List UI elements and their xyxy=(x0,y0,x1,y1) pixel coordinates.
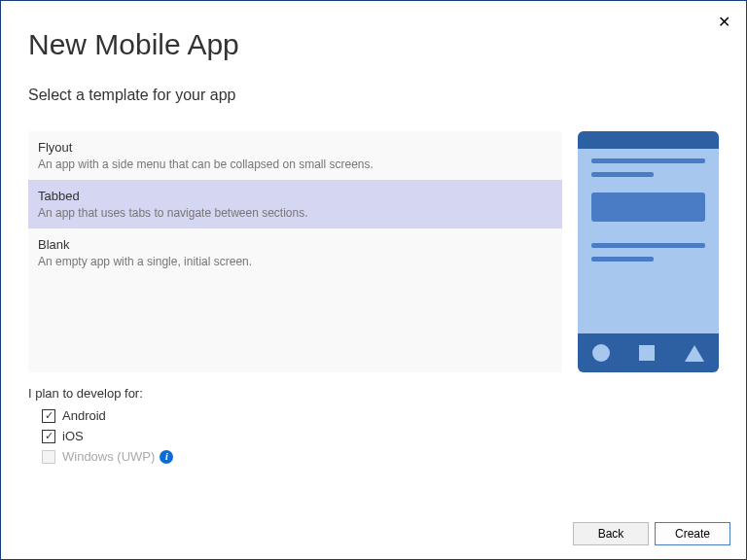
template-desc: An empty app with a single, initial scre… xyxy=(38,255,552,268)
checkbox-label: iOS xyxy=(62,429,84,443)
preview-statusbar xyxy=(578,131,719,149)
template-desc: An app with a side menu that can be coll… xyxy=(38,158,552,171)
template-item-blank[interactable]: Blank An empty app with a single, initia… xyxy=(28,228,562,277)
checkbox-row-ios[interactable]: ✓ iOS xyxy=(42,429,719,443)
triangle-icon xyxy=(685,345,704,362)
circle-icon xyxy=(592,344,610,362)
checkbox-icon xyxy=(42,450,55,464)
back-button[interactable]: Back xyxy=(573,522,649,545)
plan-section: I plan to develop for: ✓ Android ✓ iOS W… xyxy=(28,386,719,464)
checkbox-icon[interactable]: ✓ xyxy=(42,409,55,423)
checkbox-row-android[interactable]: ✓ Android xyxy=(42,408,719,423)
info-icon[interactable]: i xyxy=(160,450,173,464)
page-title: New Mobile App xyxy=(28,28,719,61)
dialog-footer: Back Create xyxy=(573,522,730,545)
checkbox-label: Android xyxy=(62,408,106,423)
dialog-content: New Mobile App Select a template for you… xyxy=(1,1,746,464)
checkbox-label: Windows (UWP) xyxy=(62,449,155,464)
preview-line xyxy=(591,158,705,163)
checkbox-row-windows: Windows (UWP) i xyxy=(42,449,719,464)
preview-line xyxy=(591,257,654,262)
template-item-flyout[interactable]: Flyout An app with a side menu that can … xyxy=(28,131,562,180)
checkbox-icon[interactable]: ✓ xyxy=(42,430,55,443)
preview-line xyxy=(591,172,654,177)
main-row: Flyout An app with a side menu that can … xyxy=(28,131,719,372)
template-title: Tabbed xyxy=(38,189,552,203)
plan-label: I plan to develop for: xyxy=(28,386,719,401)
preview-block xyxy=(591,192,705,222)
preview-tabbar xyxy=(578,333,719,372)
template-preview xyxy=(578,131,719,372)
close-icon[interactable]: ✕ xyxy=(718,13,730,31)
page-subtitle: Select a template for your app xyxy=(28,87,719,104)
preview-body xyxy=(578,131,719,262)
template-desc: An app that uses tabs to navigate betwee… xyxy=(38,206,552,220)
template-title: Blank xyxy=(38,237,552,252)
template-list: Flyout An app with a side menu that can … xyxy=(28,131,562,372)
template-item-tabbed[interactable]: Tabbed An app that uses tabs to navigate… xyxy=(28,180,562,228)
preview-line xyxy=(591,243,705,248)
square-icon xyxy=(639,345,655,361)
create-button[interactable]: Create xyxy=(655,522,730,545)
template-title: Flyout xyxy=(38,140,552,155)
